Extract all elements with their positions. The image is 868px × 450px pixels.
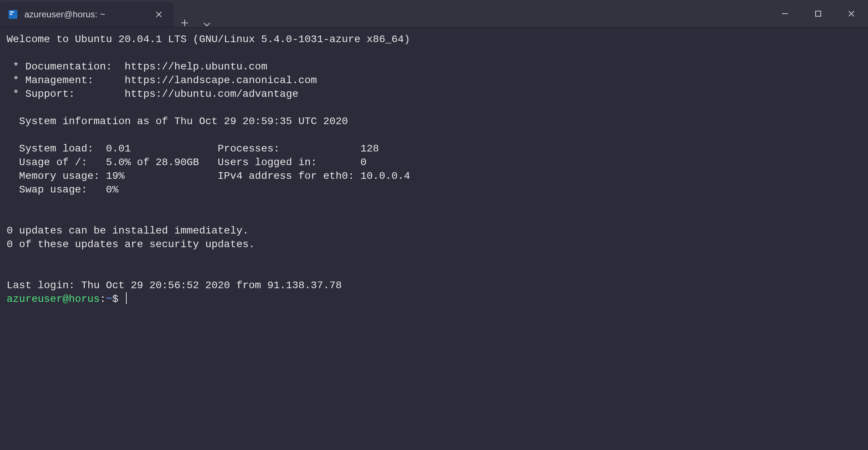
prompt-path: ~ (106, 293, 112, 305)
motd-mgmt-url: https://landscape.canonical.com (124, 75, 317, 86)
motd-updates-line1: 0 updates can be installed immediately. (7, 225, 249, 236)
close-window-button[interactable] (835, 0, 868, 27)
motd-stats-row2: Usage of /: 5.0% of 28.90GB Users logged… (7, 157, 367, 168)
motd-last-login: Last login: Thu Oct 29 20:56:52 2020 fro… (7, 280, 342, 291)
svg-rect-0 (8, 10, 17, 19)
tab-title: azureuser@horus: ~ (24, 9, 153, 20)
prompt-dollar: $ (112, 293, 125, 305)
svg-rect-2 (10, 14, 12, 15)
new-tab-button[interactable] (174, 19, 196, 27)
profile-dropdown-button[interactable] (196, 22, 218, 27)
maximize-icon (815, 10, 821, 17)
tabs-area: azureuser@horus: ~ (0, 0, 768, 27)
motd-sysinfo-header: System information as of Thu Oct 29 20:5… (7, 116, 348, 127)
motd-stats-row3: Memory usage: 19% IPv4 address for eth0:… (7, 170, 410, 182)
window-controls (768, 0, 868, 27)
minimize-button[interactable] (768, 0, 802, 27)
motd-updates-line2: 0 of these updates are security updates. (7, 239, 255, 250)
svg-rect-8 (816, 11, 821, 16)
motd-support-label: * Support: (7, 88, 124, 100)
motd-doc-url: https://help.ubuntu.com (124, 61, 267, 72)
maximize-button[interactable] (802, 0, 835, 27)
motd-stats-row4: Swap usage: 0% (7, 184, 118, 195)
text-cursor (126, 292, 127, 304)
prompt-userhost: azureuser@horus (7, 293, 100, 305)
motd-doc-label: * Documentation: (7, 61, 124, 72)
titlebar: azureuser@horus: ~ (0, 0, 868, 27)
motd-welcome: Welcome to Ubuntu 20.04.1 LTS (GNU/Linux… (7, 34, 410, 45)
close-icon (156, 11, 162, 18)
close-icon (848, 10, 855, 17)
tab-close-button[interactable] (153, 8, 165, 20)
motd-support-url: https://ubuntu.com/advantage (124, 88, 298, 100)
prompt-colon: : (100, 293, 106, 305)
terminal-pane[interactable]: Welcome to Ubuntu 20.04.1 LTS (GNU/Linux… (0, 27, 868, 450)
tab-profile-icon (8, 10, 18, 19)
motd-mgmt-label: * Management: (7, 75, 124, 86)
svg-rect-1 (10, 11, 14, 13)
chevron-down-icon (203, 22, 211, 27)
plus-icon (181, 19, 189, 27)
terminal-window: azureuser@horus: ~ (0, 0, 868, 450)
minimize-icon (781, 10, 789, 17)
motd-stats-row1: System load: 0.01 Processes: 128 (7, 143, 379, 154)
tab-active[interactable]: azureuser@horus: ~ (0, 2, 174, 27)
